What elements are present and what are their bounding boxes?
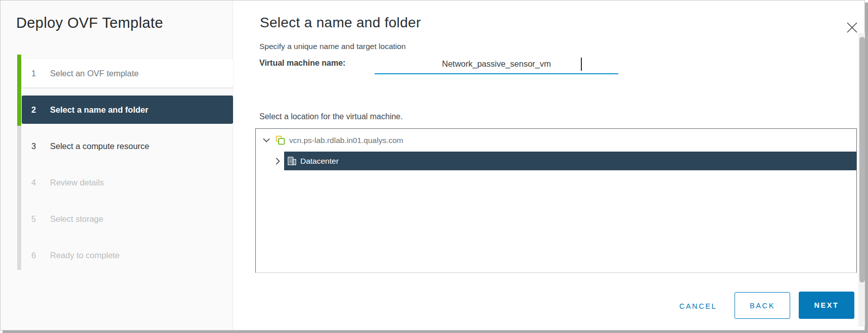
scrollbar-thumb[interactable] xyxy=(859,37,865,282)
step-4-review-details: 4 Review details xyxy=(22,168,233,197)
cancel-button[interactable]: CANCEL xyxy=(673,300,723,313)
step-label: Select a name and folder xyxy=(50,105,148,115)
step-3-select-a-compute-resource[interactable]: 3 Select a compute resource xyxy=(22,132,233,160)
back-button[interactable]: BACK xyxy=(735,292,790,319)
chevron-down-icon[interactable] xyxy=(263,138,270,142)
step-number: 4 xyxy=(22,178,50,187)
step-number: 2 xyxy=(22,105,50,115)
step-label: Ready to complete xyxy=(50,251,120,260)
tree-node-label: Datacenter xyxy=(300,157,339,166)
step-number: 6 xyxy=(22,251,50,260)
step-label: Select storage xyxy=(50,214,103,224)
vm-name-label: Virtual machine name: xyxy=(259,59,345,68)
step-number: 3 xyxy=(22,141,50,151)
dialog-title: Deploy OVF Template xyxy=(16,15,163,31)
chevron-right-icon[interactable] xyxy=(276,158,281,165)
wizard-steps-sidebar: Deploy OVF Template 1 Select an OVF temp… xyxy=(1,1,233,330)
step-label: Review details xyxy=(50,178,104,187)
step-6-ready-to-complete: 6 Ready to complete xyxy=(22,241,233,269)
step-label: Select a compute resource xyxy=(50,141,149,151)
step-1-select-an-ovf-template[interactable]: 1 Select an OVF template xyxy=(22,59,233,87)
vm-name-input[interactable] xyxy=(375,54,618,74)
location-label: Select a location for the virtual machin… xyxy=(259,112,403,121)
step-2-select-a-name-and-folder[interactable]: 2 Select a name and folder xyxy=(22,96,233,124)
step-5-select-storage: 5 Select storage xyxy=(22,205,233,233)
vertical-scrollbar[interactable] xyxy=(858,33,865,326)
step-progress-completed-bar xyxy=(17,55,21,126)
dialog-right-shadow xyxy=(865,3,868,330)
tree-node-label: vcn.ps-lab.rdlab.in01.qualys.com xyxy=(289,136,403,145)
close-button[interactable] xyxy=(844,20,860,36)
step-label: Select an OVF template xyxy=(50,69,139,78)
next-button[interactable]: NEXT xyxy=(799,292,854,319)
datacenter-icon xyxy=(288,157,297,165)
step-progress-track xyxy=(17,55,21,270)
step-number: 5 xyxy=(22,214,50,224)
dialog-bottom-shadow xyxy=(3,330,868,333)
tree-node-selected[interactable]: Datacenter xyxy=(284,152,856,170)
tree-row-vcenter[interactable]: vcn.ps-lab.rdlab.in01.qualys.com xyxy=(256,129,856,152)
page-subtitle: Specify a unique name and target locatio… xyxy=(259,42,406,51)
vcenter-icon xyxy=(276,135,285,145)
step-number: 1 xyxy=(22,69,50,78)
location-tree: vcn.ps-lab.rdlab.in01.qualys.com xyxy=(255,128,857,273)
page-title: Select a name and folder xyxy=(260,15,421,31)
deploy-ovf-wizard: Deploy OVF Template 1 Select an OVF temp… xyxy=(0,0,868,333)
tree-row-datacenter[interactable]: Datacenter xyxy=(256,152,856,170)
wizard-dialog: Deploy OVF Template 1 Select an OVF temp… xyxy=(0,0,865,330)
close-icon xyxy=(846,28,858,35)
